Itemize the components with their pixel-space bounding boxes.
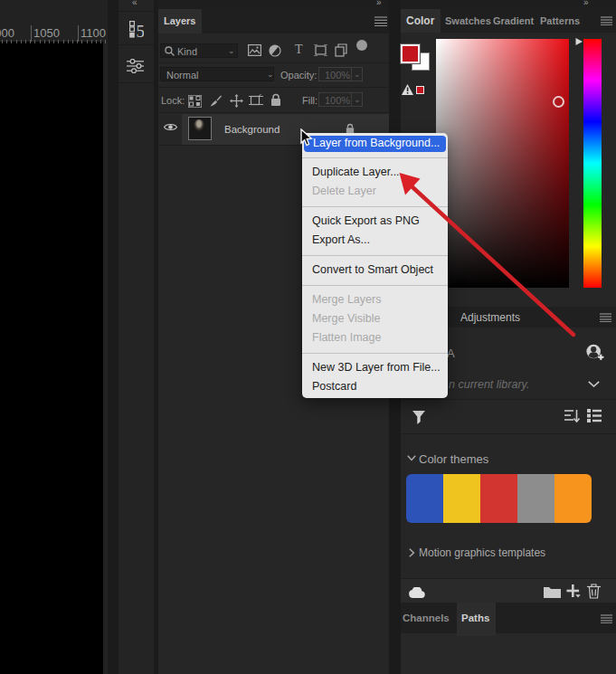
svg-text:5: 5 [137,22,145,39]
